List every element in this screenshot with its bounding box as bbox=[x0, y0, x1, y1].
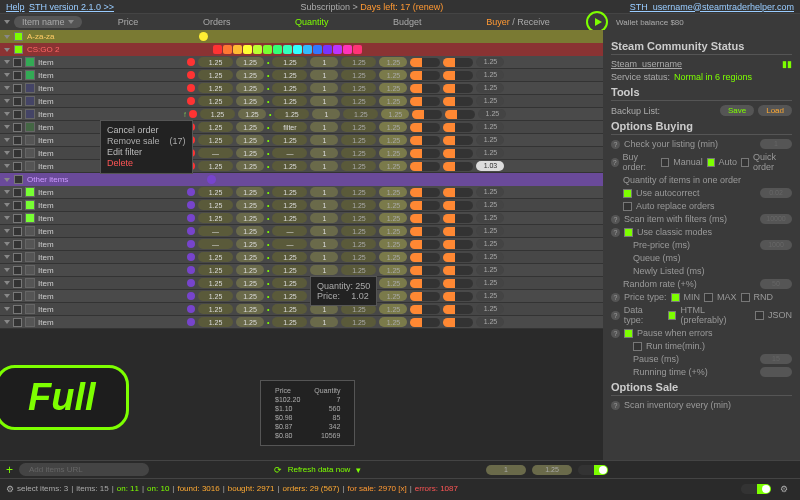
price-cell2[interactable]: 1.25 bbox=[236, 70, 264, 80]
expand-icon[interactable] bbox=[4, 99, 10, 103]
budget-cell[interactable]: 1.25 bbox=[341, 70, 376, 80]
group-header[interactable]: CS:GO 2 bbox=[0, 43, 603, 56]
row-toggle[interactable] bbox=[410, 279, 440, 288]
row-toggle[interactable] bbox=[410, 201, 440, 210]
expand-icon[interactable] bbox=[4, 216, 10, 220]
row-toggle2[interactable] bbox=[443, 71, 473, 80]
order-cell[interactable]: 1.25 bbox=[272, 70, 307, 80]
budget-cell[interactable]: 1.25 bbox=[341, 252, 376, 262]
row-toggle[interactable] bbox=[410, 84, 440, 93]
status-dot[interactable] bbox=[187, 58, 195, 66]
json-checkbox[interactable] bbox=[755, 311, 764, 320]
row-toggle2[interactable] bbox=[443, 123, 473, 132]
buyer-cell[interactable]: 1.25 bbox=[379, 317, 407, 327]
rnd-checkbox[interactable] bbox=[741, 293, 750, 302]
buyer-cell[interactable]: 1.25 bbox=[379, 148, 407, 158]
qty-cell[interactable]: 1 bbox=[310, 213, 338, 223]
expand-icon[interactable] bbox=[4, 320, 10, 324]
status-dot[interactable] bbox=[187, 292, 195, 300]
budget-cell[interactable]: 1.25 bbox=[341, 265, 376, 275]
row-checkbox[interactable] bbox=[13, 318, 22, 327]
table-row[interactable]: Item 1.25 1.25 • 1.25 1 1.25 1.25 1.25 bbox=[0, 212, 603, 225]
expand-icon[interactable] bbox=[4, 203, 10, 207]
row-checkbox[interactable] bbox=[13, 253, 22, 262]
footer-toggle[interactable] bbox=[578, 465, 608, 475]
budget-cell[interactable]: 1.25 bbox=[341, 135, 376, 145]
row-checkbox[interactable] bbox=[13, 279, 22, 288]
color-dot[interactable] bbox=[207, 175, 216, 184]
menu-remove-sale[interactable]: Remove sale (17) bbox=[107, 136, 186, 147]
manual-checkbox[interactable] bbox=[661, 158, 669, 167]
order-cell[interactable]: filter bbox=[272, 122, 307, 132]
price-cell[interactable]: 1.25 bbox=[198, 135, 233, 145]
price-cell[interactable]: 1.25 bbox=[198, 122, 233, 132]
color-palette[interactable] bbox=[213, 45, 362, 54]
table-row[interactable]: Item 1.25 1.25 • 1.25 1 1.25 1.25 1.25 bbox=[0, 95, 603, 108]
add-icon[interactable]: + bbox=[6, 463, 13, 477]
expand-icon[interactable] bbox=[4, 20, 10, 24]
group-header[interactable]: Other items bbox=[0, 173, 603, 186]
table-row[interactable]: Item 1.25 1.25 • 1.25 1 1.25 1.25 1.25 bbox=[0, 186, 603, 199]
price-cell[interactable]: 1.25 bbox=[198, 96, 233, 106]
table-row[interactable]: Item 1.25 1.25 • 1.25 1 1.25 1.25 1.25 bbox=[0, 264, 603, 277]
price-cell[interactable]: 1.25 bbox=[198, 213, 233, 223]
row-toggle[interactable] bbox=[410, 188, 440, 197]
row-toggle[interactable] bbox=[412, 110, 442, 119]
buyer-cell[interactable]: 1.25 bbox=[379, 187, 407, 197]
qty-cell[interactable]: 1 bbox=[310, 83, 338, 93]
order-cell[interactable]: 1.25 bbox=[272, 317, 307, 327]
status-dot[interactable] bbox=[187, 318, 195, 326]
price-cell[interactable]: 1.25 bbox=[198, 161, 233, 171]
row-toggle2[interactable] bbox=[443, 305, 473, 314]
buyer-cell[interactable]: 1.25 bbox=[379, 252, 407, 262]
row-toggle[interactable] bbox=[410, 58, 440, 67]
buyer-cell[interactable]: 1.25 bbox=[379, 226, 407, 236]
row-checkbox[interactable] bbox=[13, 292, 22, 301]
expand-icon[interactable] bbox=[4, 164, 10, 168]
col-budget[interactable]: Budget bbox=[393, 17, 422, 27]
row-toggle[interactable] bbox=[410, 214, 440, 223]
status-dot[interactable] bbox=[187, 227, 195, 235]
budget-cell[interactable]: 1.25 bbox=[341, 239, 376, 249]
row-toggle2[interactable] bbox=[443, 266, 473, 275]
price-cell[interactable]: 1.25 bbox=[198, 252, 233, 262]
expand-icon[interactable] bbox=[4, 255, 10, 259]
refresh-button[interactable]: Refresh data now bbox=[288, 465, 351, 474]
row-toggle[interactable] bbox=[410, 266, 440, 275]
collapse-icon[interactable] bbox=[4, 178, 10, 182]
row-toggle2[interactable] bbox=[443, 292, 473, 301]
footer-pill[interactable]: 1.25 bbox=[532, 465, 572, 475]
price-cell[interactable]: 1.25 bbox=[198, 291, 233, 301]
expand-icon[interactable] bbox=[4, 73, 10, 77]
buyer-cell[interactable]: 1.25 bbox=[379, 161, 407, 171]
check-listing-input[interactable]: 1 bbox=[760, 139, 792, 149]
price-cell[interactable]: 1.25 bbox=[198, 304, 233, 314]
row-checkbox[interactable] bbox=[13, 240, 22, 249]
budget-cell[interactable]: 1.25 bbox=[341, 226, 376, 236]
row-toggle2[interactable] bbox=[445, 110, 475, 119]
budget-cell[interactable]: 1.25 bbox=[341, 96, 376, 106]
price-cell2[interactable]: 1.25 bbox=[236, 96, 264, 106]
table-row[interactable]: Item 1.25 1.25 • 1.25 1 1.25 1.25 1.25 bbox=[0, 290, 603, 303]
row-checkbox[interactable] bbox=[13, 84, 22, 93]
buyer-cell[interactable]: 1.25 bbox=[379, 239, 407, 249]
footer-pill[interactable]: 1 bbox=[486, 465, 526, 475]
order-cell[interactable]: 1.25 bbox=[272, 304, 307, 314]
table-row[interactable]: Item 1.25 1.25 • 1.25 1 1.25 1.25 1.25 bbox=[0, 82, 603, 95]
row-checkbox[interactable] bbox=[13, 266, 22, 275]
order-cell[interactable]: 1.25 bbox=[272, 57, 307, 67]
price-cell[interactable]: 1.25 bbox=[198, 317, 233, 327]
order-cell[interactable]: — bbox=[272, 239, 307, 249]
status-dot[interactable] bbox=[187, 305, 195, 313]
status-dot[interactable] bbox=[187, 201, 195, 209]
price-cell2[interactable]: 1.25 bbox=[236, 252, 264, 262]
budget-cell[interactable]: 1.25 bbox=[341, 200, 376, 210]
refresh-icon[interactable]: ⟳ bbox=[274, 465, 282, 475]
row-checkbox[interactable] bbox=[13, 58, 22, 67]
expand-icon[interactable] bbox=[4, 242, 10, 246]
qty-cell[interactable]: 1 bbox=[310, 200, 338, 210]
row-checkbox[interactable] bbox=[13, 149, 22, 158]
group-checkbox[interactable] bbox=[14, 175, 23, 184]
row-toggle2[interactable] bbox=[443, 279, 473, 288]
buyer-cell[interactable]: 1.25 bbox=[379, 291, 407, 301]
